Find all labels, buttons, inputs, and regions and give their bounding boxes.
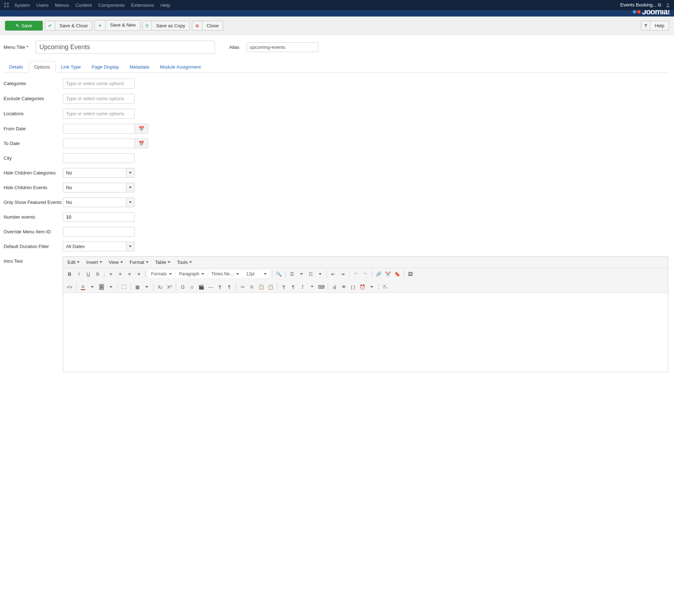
font-select[interactable]: Times Ne…	[208, 270, 242, 278]
text-color-caret[interactable]	[88, 283, 97, 291]
tab-details[interactable]: Details	[4, 61, 29, 73]
topbar-components[interactable]: Components	[98, 3, 125, 8]
code-sample-button[interactable]: { }	[349, 283, 357, 291]
number-events-input[interactable]	[63, 212, 135, 222]
show-blocks-button[interactable]: ¶	[280, 283, 288, 291]
save-button[interactable]: ✎ Save	[5, 21, 43, 31]
topbar-content[interactable]: Content	[75, 3, 92, 8]
tab-link-type[interactable]: Link Type	[56, 61, 86, 73]
bg-color-button[interactable]: A	[97, 283, 106, 291]
align-left-button[interactable]: ≡	[107, 270, 115, 278]
override-menu-id-input[interactable]	[63, 227, 135, 237]
tab-metadata[interactable]: Metadata	[125, 61, 155, 73]
redo-button[interactable]: ↷	[361, 270, 370, 278]
outdent-button[interactable]: ⇤	[329, 270, 338, 278]
numbered-list-button[interactable]: ☷	[306, 270, 315, 278]
to-date-calendar-button[interactable]: 📅	[135, 139, 148, 148]
subscript-button[interactable]: X₂	[156, 283, 164, 291]
bullet-list-caret[interactable]	[297, 270, 306, 278]
only-featured-select[interactable]: No	[63, 197, 135, 207]
fullscreen-button[interactable]: ⛶	[120, 283, 128, 291]
locations-input[interactable]: Type or select some options	[63, 109, 135, 119]
superscript-button[interactable]: X²	[165, 283, 174, 291]
default-duration-select[interactable]: All Dates	[63, 242, 135, 251]
save-copy-button[interactable]: ⎘ Save as Copy	[142, 21, 190, 31]
align-right-button[interactable]: ≡	[125, 270, 134, 278]
editor-menu-edit[interactable]: Edit	[67, 260, 80, 265]
nonbreaking-button[interactable]: ⤴	[298, 283, 307, 291]
special-char-button[interactable]: Ω	[178, 283, 187, 291]
save-new-button[interactable]: ＋ Save & New	[94, 20, 140, 31]
align-center-button[interactable]: ≡	[116, 270, 125, 278]
editor-menu-view[interactable]: View	[109, 260, 123, 265]
strikethrough-button[interactable]: S	[93, 270, 102, 278]
clear-format-button[interactable]: Tₓ	[381, 283, 389, 291]
align-justify-button[interactable]: ≡	[135, 270, 143, 278]
numbered-list-caret[interactable]	[316, 270, 324, 278]
from-date-input[interactable]	[63, 124, 135, 134]
tab-module-assignment[interactable]: Module Assignment	[155, 61, 206, 73]
editor-menu-format[interactable]: Format	[130, 260, 149, 265]
copy-button[interactable]: ⎘	[248, 283, 256, 291]
datetime-button[interactable]: ⏰	[358, 283, 367, 291]
table-button[interactable]: ▦	[133, 283, 142, 291]
link-button[interactable]: 🔗	[374, 270, 383, 278]
text-color-button[interactable]: A	[79, 283, 87, 291]
datetime-caret[interactable]	[368, 283, 376, 291]
from-date-calendar-button[interactable]: 📅	[135, 124, 148, 134]
keyboard-button[interactable]: ⌨	[317, 283, 326, 291]
topbar-help[interactable]: Help	[160, 3, 170, 8]
save-close-button[interactable]: ✔ Save & Close	[45, 21, 93, 31]
block-select[interactable]: Paragraph	[176, 270, 207, 278]
editor-menu-table[interactable]: Table	[155, 260, 170, 265]
topbar-menus[interactable]: Menus	[55, 3, 69, 8]
print-button[interactable]: 🖨	[330, 283, 339, 291]
source-code-button[interactable]: <>	[65, 283, 74, 291]
exclude-categories-input[interactable]: Type or select some options	[63, 94, 135, 104]
editor-body[interactable]	[63, 293, 668, 372]
paste-button[interactable]: 📋	[257, 283, 266, 291]
site-name-link[interactable]: Events Booking... ⧉	[620, 2, 661, 8]
tab-page-display[interactable]: Page Display	[86, 61, 125, 73]
cut-button[interactable]: ✂	[238, 283, 247, 291]
hide-children-categories-select[interactable]: No	[63, 168, 135, 178]
hide-children-events-select[interactable]: No	[63, 183, 135, 192]
bullet-list-button[interactable]: ☰	[288, 270, 296, 278]
show-invisible-button[interactable]: ¶	[289, 283, 298, 291]
editor-menu-tools[interactable]: Tools	[177, 260, 192, 265]
topbar-system[interactable]: System	[14, 3, 30, 8]
hr-button[interactable]: —	[206, 283, 215, 291]
menu-title-input[interactable]	[36, 41, 215, 54]
topbar-users[interactable]: Users	[36, 3, 48, 8]
table-caret[interactable]	[142, 283, 151, 291]
to-date-input[interactable]	[63, 139, 135, 148]
undo-button[interactable]: ↶	[352, 270, 360, 278]
categories-input[interactable]: Type or select some options	[63, 79, 135, 89]
image-button[interactable]: 🖼	[406, 270, 415, 278]
bookmark-button[interactable]: 🔖	[393, 270, 402, 278]
preview-button[interactable]: 👁	[340, 283, 348, 291]
formats-select[interactable]: Formats	[148, 270, 175, 278]
user-icon[interactable]	[665, 3, 670, 8]
city-input[interactable]	[63, 153, 135, 163]
rtl-button[interactable]: ¶	[225, 283, 234, 291]
topbar-extensions[interactable]: Extensions	[131, 3, 154, 8]
close-button[interactable]: ⊗ Close	[192, 21, 223, 31]
tab-options[interactable]: Options	[29, 61, 56, 73]
bold-button[interactable]: B	[65, 270, 74, 278]
ltr-button[interactable]: ¶	[216, 283, 224, 291]
italic-button[interactable]: I	[75, 270, 83, 278]
emoji-button[interactable]: ☺	[188, 283, 196, 291]
blockquote-button[interactable]: ❝	[308, 283, 316, 291]
paste-text-button[interactable]: 📋	[266, 283, 275, 291]
unlink-button[interactable]: ✂️	[384, 270, 392, 278]
bg-color-caret[interactable]	[107, 283, 115, 291]
underline-button[interactable]: U	[84, 270, 93, 278]
find-button[interactable]: 🔍	[275, 270, 283, 278]
indent-button[interactable]: ⇥	[338, 270, 347, 278]
fontsize-select[interactable]: 12pt	[243, 270, 270, 278]
media-button[interactable]: 🎬	[197, 283, 206, 291]
alias-input[interactable]	[247, 42, 318, 52]
help-button[interactable]: ? Help	[641, 21, 669, 31]
editor-menu-insert[interactable]: Insert	[86, 260, 102, 265]
